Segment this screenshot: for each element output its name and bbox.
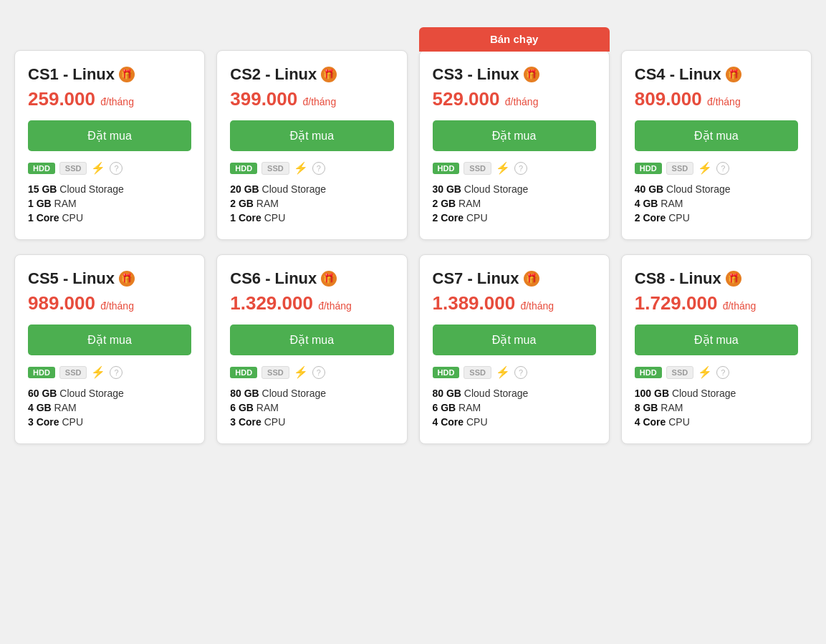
cpu-spec: 4 Core CPU — [433, 416, 596, 428]
ssd-badge[interactable]: SSD — [59, 162, 87, 175]
price-unit: đ/tháng — [707, 96, 741, 107]
card-cs4: CS4 - Linux🎁809.000 đ/thángĐặt muaHDDSSD… — [621, 50, 812, 240]
card-wrapper-cs8: CS8 - Linux🎁1.729.000 đ/thángĐặt muaHDDS… — [621, 254, 812, 444]
card-wrapper-cs5: CS5 - Linux🎁989.000 đ/thángĐặt muaHDDSSD… — [14, 254, 205, 444]
help-icon[interactable]: ? — [110, 162, 123, 175]
storage-spec: 40 GB Cloud Storage — [635, 183, 798, 195]
cpu-spec: 2 Core CPU — [635, 212, 798, 224]
cpu-spec: 1 Core CPU — [28, 212, 191, 224]
specs-list: 20 GB Cloud Storage2 GB RAM1 Core CPU — [230, 183, 393, 224]
price-unit: đ/tháng — [100, 300, 134, 312]
hdd-badge[interactable]: HDD — [28, 163, 55, 174]
storage-options: HDDSSD⚡? — [28, 365, 191, 379]
cards-grid: CS1 - Linux🎁259.000 đ/thángĐặt muaHDDSSD… — [14, 50, 812, 240]
ram-spec: 2 GB RAM — [230, 198, 393, 209]
order-button-cs4[interactable]: Đặt mua — [635, 120, 798, 151]
card-title-cs5: CS5 - Linux🎁 — [28, 269, 191, 288]
ram-spec: 2 GB RAM — [433, 198, 596, 209]
cards-grid: CS5 - Linux🎁989.000 đ/thángĐặt muaHDDSSD… — [14, 254, 812, 444]
lightning-icon: ⚡ — [294, 365, 308, 379]
order-button-cs5[interactable]: Đặt mua — [28, 325, 191, 355]
card-title-cs6: CS6 - Linux🎁 — [230, 269, 393, 288]
card-row-1: CS1 - Linux🎁259.000 đ/thángĐặt muaHDDSSD… — [14, 50, 812, 240]
plan-price: 809.000 đ/tháng — [635, 88, 798, 110]
card-title-cs3: CS3 - Linux🎁 — [433, 65, 596, 84]
plan-price: 1.329.000 đ/tháng — [230, 292, 393, 314]
card-wrapper-cs4: CS4 - Linux🎁809.000 đ/thángĐặt muaHDDSSD… — [621, 50, 812, 240]
card-wrapper-cs3: Bán chạyCS3 - Linux🎁529.000 đ/thángĐặt m… — [419, 50, 610, 240]
price-unit: đ/tháng — [723, 300, 757, 312]
card-cs6: CS6 - Linux🎁1.329.000 đ/thángĐặt muaHDDS… — [216, 254, 407, 444]
order-button-cs2[interactable]: Đặt mua — [230, 120, 393, 151]
help-icon[interactable]: ? — [514, 366, 527, 379]
hdd-badge[interactable]: HDD — [635, 367, 662, 378]
plan-price: 989.000 đ/tháng — [28, 292, 191, 314]
plan-name: CS5 - Linux — [28, 269, 115, 288]
storage-options: HDDSSD⚡? — [230, 161, 393, 175]
gift-icon: 🎁 — [524, 67, 539, 82]
storage-options: HDDSSD⚡? — [230, 365, 393, 379]
lightning-icon: ⚡ — [698, 161, 712, 175]
hdd-badge[interactable]: HDD — [28, 367, 55, 378]
order-button-cs7[interactable]: Đặt mua — [433, 325, 596, 355]
storage-options: HDDSSD⚡? — [635, 365, 798, 379]
storage-options: HDDSSD⚡? — [433, 365, 596, 379]
card-title-cs7: CS7 - Linux🎁 — [433, 269, 596, 288]
specs-list: 15 GB Cloud Storage1 GB RAM1 Core CPU — [28, 183, 191, 224]
order-button-cs8[interactable]: Đặt mua — [635, 325, 798, 355]
hdd-badge[interactable]: HDD — [635, 163, 662, 174]
cpu-spec: 2 Core CPU — [433, 212, 596, 224]
ssd-badge[interactable]: SSD — [59, 366, 87, 379]
cpu-spec: 3 Core CPU — [230, 416, 393, 428]
help-icon[interactable]: ? — [716, 366, 729, 379]
storage-options: HDDSSD⚡? — [433, 161, 596, 175]
ssd-badge[interactable]: SSD — [261, 162, 289, 175]
order-button-cs6[interactable]: Đặt mua — [230, 325, 393, 355]
price-unit: đ/tháng — [505, 96, 539, 107]
storage-spec: 100 GB Cloud Storage — [635, 388, 798, 399]
specs-list: 80 GB Cloud Storage6 GB RAM3 Core CPU — [230, 388, 393, 428]
ram-spec: 8 GB RAM — [635, 402, 798, 413]
specs-list: 60 GB Cloud Storage4 GB RAM3 Core CPU — [28, 388, 191, 428]
storage-spec: 60 GB Cloud Storage — [28, 388, 191, 399]
storage-spec: 80 GB Cloud Storage — [433, 388, 596, 399]
lightning-icon: ⚡ — [496, 365, 510, 379]
ssd-badge[interactable]: SSD — [261, 366, 289, 379]
hdd-badge[interactable]: HDD — [433, 367, 460, 378]
ssd-badge[interactable]: SSD — [666, 366, 694, 379]
order-button-cs3[interactable]: Đặt mua — [433, 120, 596, 151]
help-icon[interactable]: ? — [110, 366, 123, 379]
gift-icon: 🎁 — [119, 67, 135, 82]
hdd-badge[interactable]: HDD — [230, 163, 257, 174]
specs-list: 80 GB Cloud Storage6 GB RAM4 Core CPU — [433, 388, 596, 428]
ram-spec: 1 GB RAM — [28, 198, 191, 209]
cpu-spec: 3 Core CPU — [28, 416, 191, 428]
help-icon[interactable]: ? — [312, 366, 325, 379]
plan-name: CS4 - Linux — [635, 65, 721, 84]
lightning-icon: ⚡ — [698, 365, 712, 379]
ssd-badge[interactable]: SSD — [464, 366, 491, 379]
help-icon[interactable]: ? — [514, 162, 527, 175]
ssd-badge[interactable]: SSD — [464, 162, 491, 175]
ssd-badge[interactable]: SSD — [666, 162, 694, 175]
gift-icon: 🎁 — [726, 67, 741, 82]
price-unit: đ/tháng — [520, 300, 554, 312]
plan-price: 1.389.000 đ/tháng — [433, 292, 596, 314]
card-cs3: CS3 - Linux🎁529.000 đ/thángĐặt muaHDDSSD… — [419, 50, 610, 240]
hdd-badge[interactable]: HDD — [230, 367, 257, 378]
gift-icon: 🎁 — [119, 271, 135, 287]
card-title-cs2: CS2 - Linux🎁 — [230, 65, 393, 84]
lightning-icon: ⚡ — [91, 161, 105, 175]
card-row-2: CS5 - Linux🎁989.000 đ/thángĐặt muaHDDSSD… — [14, 254, 812, 444]
card-title-cs1: CS1 - Linux🎁 — [28, 65, 191, 84]
card-cs1: CS1 - Linux🎁259.000 đ/thángĐặt muaHDDSSD… — [14, 50, 205, 240]
order-button-cs1[interactable]: Đặt mua — [28, 120, 191, 151]
card-cs2: CS2 - Linux🎁399.000 đ/thángĐặt muaHDDSSD… — [216, 50, 407, 240]
plan-price: 399.000 đ/tháng — [230, 88, 393, 110]
card-wrapper-cs2: CS2 - Linux🎁399.000 đ/thángĐặt muaHDDSSD… — [216, 50, 407, 240]
price-unit: đ/tháng — [318, 300, 352, 312]
plan-name: CS7 - Linux — [433, 269, 519, 288]
help-icon[interactable]: ? — [312, 162, 325, 175]
hdd-badge[interactable]: HDD — [433, 163, 460, 174]
help-icon[interactable]: ? — [716, 162, 729, 175]
